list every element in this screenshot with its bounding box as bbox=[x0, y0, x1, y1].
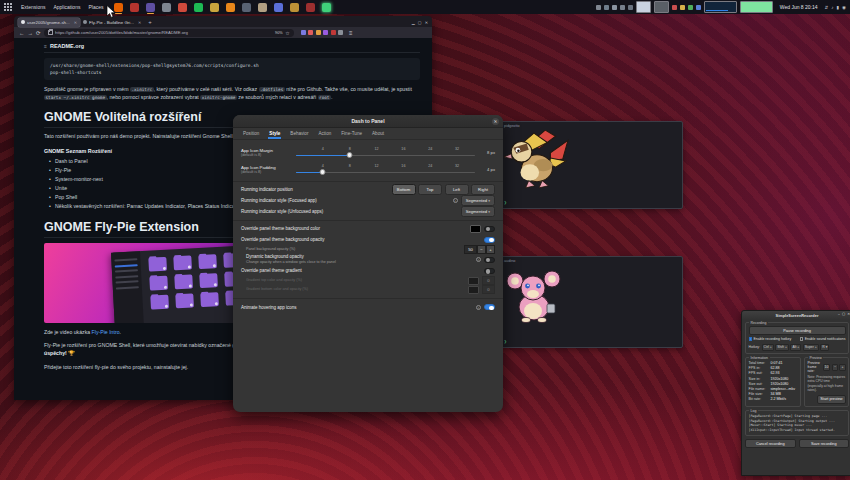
checkbox-icon[interactable] bbox=[800, 337, 804, 341]
log-output[interactable]: [PageRecord::StartPage] Starting page ..… bbox=[749, 414, 846, 432]
unfocused-style-dropdown[interactable]: Segmented ▾ bbox=[461, 206, 495, 217]
minus-button[interactable]: − bbox=[477, 245, 486, 254]
back-button[interactable]: ← bbox=[19, 30, 25, 36]
list-icon[interactable]: ≡ bbox=[44, 43, 47, 49]
app-icon-padding-slider[interactable]: 4 8 12 16 24 32 bbox=[296, 163, 475, 177]
app-grid-icon[interactable] bbox=[4, 3, 12, 11]
recorder-titlebar[interactable]: SimpleScreenRecorder – ▢ ✕ bbox=[742, 311, 850, 319]
tray-icon-4[interactable] bbox=[620, 5, 625, 10]
padding-slider-knob[interactable] bbox=[319, 169, 326, 176]
hotkey-key-select[interactable]: R ▾ bbox=[820, 344, 829, 351]
recorder-maximize-button[interactable]: ▢ bbox=[842, 312, 845, 316]
checkbox-checked-icon[interactable] bbox=[749, 337, 753, 341]
plus-button[interactable]: + bbox=[486, 245, 495, 254]
dialog-close-icon[interactable]: ✕ bbox=[492, 118, 499, 125]
zoom-level-badge[interactable]: 90% bbox=[275, 31, 283, 35]
menu-places[interactable]: Places bbox=[88, 4, 103, 10]
tray-icon-1[interactable] bbox=[596, 5, 601, 10]
position-top-button[interactable]: Top bbox=[418, 184, 442, 195]
tray-icon-9[interactable] bbox=[696, 5, 701, 10]
position-right-button[interactable]: Right bbox=[471, 184, 495, 195]
tab-about[interactable]: About bbox=[367, 129, 389, 138]
extension-icon-2[interactable] bbox=[308, 30, 313, 35]
tab-github-readme[interactable]: user2005/gnome-sh... ✕ bbox=[18, 18, 80, 27]
frame-rate-minus[interactable]: − bbox=[832, 364, 838, 371]
hotkey-checkbox[interactable]: Enable recording hotkey bbox=[749, 337, 792, 341]
start-preview-button[interactable]: Start preview bbox=[817, 395, 845, 404]
hotkey-shift[interactable]: Shift + bbox=[775, 344, 789, 351]
terminal1-prompt[interactable]: ❯ bbox=[504, 200, 507, 205]
tab-position[interactable]: Position bbox=[238, 129, 264, 138]
volume-icon[interactable]: ♪ bbox=[831, 5, 833, 10]
focused-style-dropdown[interactable]: Segmented ▾ bbox=[461, 195, 495, 206]
dialog-titlebar[interactable]: Dash to Panel ✕ bbox=[233, 115, 503, 128]
frame-rate-plus[interactable]: + bbox=[839, 364, 845, 371]
power-icon[interactable]: ◉ bbox=[842, 5, 846, 10]
info-icon[interactable]: i bbox=[476, 305, 481, 310]
archive-icon[interactable] bbox=[290, 3, 299, 12]
extension-icon-6[interactable] bbox=[338, 30, 343, 35]
extension-icon-1[interactable] bbox=[301, 30, 306, 35]
bg-color-toggle[interactable] bbox=[484, 226, 495, 232]
bg-opacity-toggle[interactable] bbox=[484, 237, 495, 243]
save-recording-button[interactable]: Save recording bbox=[799, 439, 850, 448]
tab-style[interactable]: Style bbox=[264, 129, 285, 138]
window-preview-green[interactable] bbox=[740, 1, 773, 13]
new-tab-button[interactable]: + bbox=[148, 19, 152, 25]
flypie-video-thumbnail[interactable] bbox=[44, 243, 236, 323]
tray-icon-6[interactable] bbox=[672, 5, 677, 10]
network-icon[interactable]: ⇵ bbox=[825, 5, 829, 10]
browser-close-button[interactable]: ✕ bbox=[425, 20, 428, 25]
vlc-icon[interactable] bbox=[226, 3, 235, 12]
hamburger-menu-icon[interactable]: ≡ bbox=[349, 30, 353, 36]
info-icon[interactable]: i bbox=[476, 257, 481, 262]
tab-action[interactable]: Action bbox=[313, 129, 336, 138]
reload-button[interactable]: ⟳ bbox=[36, 30, 41, 36]
spotify-icon[interactable] bbox=[194, 3, 203, 12]
camera-icon[interactable] bbox=[210, 3, 219, 12]
pause-recording-button[interactable]: Pause recording bbox=[749, 326, 846, 335]
browser-minimize-button[interactable]: ▁ bbox=[412, 20, 415, 25]
frame-rate-value[interactable]: 10 bbox=[823, 364, 831, 371]
menu-applications[interactable]: Applications bbox=[53, 4, 80, 10]
recorder-minimize-button[interactable]: – bbox=[838, 312, 840, 316]
bookmark-star-icon[interactable]: ☆ bbox=[285, 30, 289, 36]
tab2-close-icon[interactable]: ✕ bbox=[138, 20, 141, 25]
battery-icon[interactable]: ▮ bbox=[837, 5, 839, 10]
margin-slider-knob[interactable] bbox=[346, 152, 353, 159]
extension-icon-4[interactable] bbox=[323, 30, 328, 35]
position-bottom-button[interactable]: Bottom bbox=[392, 184, 416, 195]
package-manager-icon[interactable] bbox=[242, 3, 251, 12]
app-icon-margin-slider[interactable]: 4 8 12 16 24 32 bbox=[296, 146, 475, 160]
tray-icon-8[interactable] bbox=[688, 5, 693, 10]
hotkey-alt[interactable]: Alt + bbox=[790, 344, 801, 351]
extension-icon-3[interactable] bbox=[316, 30, 321, 35]
system-settings-icon[interactable] bbox=[274, 3, 283, 12]
calendar-icon[interactable] bbox=[178, 3, 187, 12]
panel-opacity-spinner[interactable]: 50 − + bbox=[464, 245, 495, 254]
tray-icon-3[interactable] bbox=[612, 5, 617, 10]
window-preview-light[interactable] bbox=[636, 1, 651, 13]
position-left-button[interactable]: Left bbox=[445, 184, 469, 195]
security-shield-icon[interactable] bbox=[130, 3, 139, 12]
video-player-icon[interactable] bbox=[306, 3, 315, 12]
hotkey-super[interactable]: Super + bbox=[803, 344, 819, 351]
window-preview-terminal[interactable] bbox=[704, 1, 737, 13]
animate-hover-toggle[interactable] bbox=[484, 304, 495, 310]
url-text[interactable]: https://github.com/user2005/dotfiles/blo… bbox=[55, 30, 272, 35]
tray-icon-7[interactable] bbox=[680, 5, 685, 10]
text-editor-icon[interactable] bbox=[146, 3, 155, 12]
tab1-close-icon[interactable]: ✕ bbox=[74, 20, 77, 25]
gradient-toggle[interactable] bbox=[484, 268, 495, 274]
terminal-pidgeotto[interactable]: pidgeotto ❯ bbox=[499, 121, 683, 209]
tray-icon-2[interactable] bbox=[604, 5, 609, 10]
screen-recorder-icon[interactable] bbox=[322, 3, 331, 12]
terminal-audino[interactable]: audino ❯ bbox=[499, 256, 683, 348]
info-icon[interactable]: i bbox=[453, 198, 458, 203]
hotkey-ctrl[interactable]: Ctrl + bbox=[762, 344, 774, 351]
forward-button[interactable]: → bbox=[28, 30, 34, 36]
files-icon[interactable] bbox=[162, 3, 171, 12]
tab-flypie[interactable]: Fly-Pie - Buildline Gri... ✕ bbox=[80, 18, 144, 27]
clock[interactable]: Wed Jun 8 20:14 bbox=[780, 4, 818, 10]
menu-extensions[interactable]: Extensions bbox=[21, 4, 45, 10]
